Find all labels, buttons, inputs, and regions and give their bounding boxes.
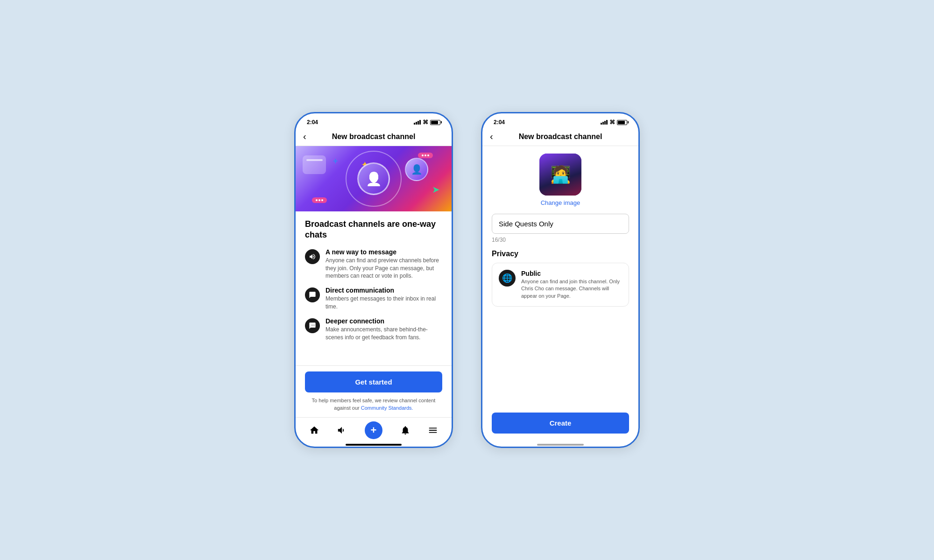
signal-bars-1 bbox=[414, 120, 421, 125]
dot5 bbox=[425, 154, 426, 156]
status-icons-1: ⌘ bbox=[414, 119, 440, 126]
hero-image: + ✦ 👤 ➤ bbox=[296, 146, 452, 211]
broadcast-icon bbox=[337, 425, 347, 435]
feature-item-direct: Direct communication Members get message… bbox=[305, 287, 442, 311]
back-button-2[interactable]: ‹ bbox=[490, 131, 504, 142]
phone1-content: + ✦ 👤 ➤ bbox=[296, 146, 452, 447]
hero-card-left bbox=[303, 155, 326, 174]
hero-right-figure: 👤 bbox=[405, 158, 428, 181]
hero-person-icon: 👤 bbox=[411, 164, 423, 175]
feature-item-deeper: Deeper connection Make announcements, sh… bbox=[305, 317, 442, 342]
privacy-icon-globe: 🌐 bbox=[499, 270, 516, 287]
channel-name-input[interactable] bbox=[492, 214, 629, 234]
privacy-desc: Anyone can find and join this channel. O… bbox=[521, 278, 622, 300]
wifi-icon-1: ⌘ bbox=[423, 119, 428, 126]
feature-icon-megaphone bbox=[305, 249, 320, 264]
signal-bar-3 bbox=[417, 121, 419, 125]
status-bar-1: 2:04 ⌘ bbox=[296, 113, 452, 127]
dot6 bbox=[427, 154, 429, 156]
home-icon bbox=[309, 425, 319, 435]
feature-item-new-way: A new way to message Anyone can find and… bbox=[305, 248, 442, 280]
channel-image-section: 🧑‍💻 Change image bbox=[492, 154, 629, 206]
change-image-link[interactable]: Change image bbox=[541, 199, 580, 206]
signal-bar-4 bbox=[419, 120, 421, 125]
hero-icons: + ✦ 👤 ➤ bbox=[296, 146, 452, 211]
nav-item-megaphone[interactable] bbox=[337, 425, 347, 435]
status-time-1: 2:04 bbox=[307, 119, 318, 126]
feature-desc-new-way: Anyone can find and preview channels bef… bbox=[325, 257, 442, 280]
plus-button[interactable]: + bbox=[365, 421, 382, 439]
nav-bar-1: ‹ New broadcast channel bbox=[296, 127, 452, 146]
feature-desc-deeper: Make announcements, share behind-the-sce… bbox=[325, 326, 442, 342]
feature-text-direct: Direct communication Members get message… bbox=[325, 287, 442, 311]
nav-title-2: New broadcast channel bbox=[504, 133, 617, 141]
battery-icon-1 bbox=[430, 120, 440, 125]
heart-chat-svg bbox=[309, 322, 316, 329]
chat-svg bbox=[309, 291, 316, 299]
phones-container: 2:04 ⌘ ‹ New broadcast channel bbox=[294, 112, 640, 448]
thumbnail-person-emoji: 🧑‍💻 bbox=[550, 165, 571, 184]
bell-icon bbox=[400, 425, 410, 435]
feature-icon-heart-chat bbox=[305, 318, 320, 333]
bottom-nav-1: + bbox=[296, 417, 452, 441]
phone1-bottom: Get started To help members feel safe, w… bbox=[296, 365, 452, 417]
create-btn-section: Create bbox=[492, 407, 629, 434]
get-started-button[interactable]: Get started bbox=[305, 371, 442, 392]
community-standards-text: To help members feel safe, we review cha… bbox=[305, 397, 442, 412]
status-icons-2: ⌘ bbox=[601, 119, 627, 126]
create-button[interactable]: Create bbox=[492, 413, 629, 434]
signal-bar-p2-1 bbox=[601, 123, 602, 125]
battery-icon-2 bbox=[617, 120, 627, 125]
battery-fill-2 bbox=[618, 121, 625, 124]
signal-bar-p2-3 bbox=[604, 121, 606, 125]
community-standards-link[interactable]: Community Standards. bbox=[361, 405, 413, 411]
nav-bar-2: ‹ New broadcast channel bbox=[482, 127, 638, 146]
nav-item-home[interactable] bbox=[309, 425, 319, 435]
feature-text-deeper: Deeper connection Make announcements, sh… bbox=[325, 317, 442, 342]
dot3 bbox=[321, 199, 323, 201]
nav-item-bell[interactable] bbox=[400, 425, 410, 435]
phone-2: 2:04 ⌘ ‹ New broadcast channel bbox=[481, 112, 640, 448]
nav-item-menu[interactable] bbox=[428, 425, 438, 435]
signal-bars-2 bbox=[601, 120, 608, 125]
hero-chat-bubble-pink bbox=[312, 197, 327, 203]
hero-arrow-icon: ➤ bbox=[432, 184, 440, 195]
signal-bar-p2-2 bbox=[602, 122, 604, 125]
back-button-1[interactable]: ‹ bbox=[303, 131, 317, 142]
feature-heading-direct: Direct communication bbox=[325, 287, 442, 294]
signal-bar-2 bbox=[416, 122, 417, 125]
feature-text-new-way: A new way to message Anyone can find and… bbox=[325, 248, 442, 280]
char-count: 16/30 bbox=[492, 237, 629, 243]
wifi-icon-2: ⌘ bbox=[609, 119, 615, 126]
menu-icon bbox=[428, 425, 438, 435]
battery-fill-1 bbox=[431, 121, 438, 124]
status-time-2: 2:04 bbox=[494, 119, 505, 126]
feature-heading-deeper: Deeper connection bbox=[325, 317, 442, 325]
home-indicator-1 bbox=[346, 444, 402, 446]
home-indicator-2 bbox=[537, 444, 584, 446]
dot4 bbox=[422, 154, 424, 156]
dot2 bbox=[318, 199, 320, 201]
signal-bar-p2-4 bbox=[606, 120, 608, 125]
hero-avatar-circle bbox=[357, 162, 390, 195]
channel-thumbnail: 🧑‍💻 bbox=[539, 154, 581, 196]
broadcast-title: Broadcast channels are one-way chats bbox=[305, 219, 442, 241]
feature-heading-new-way: A new way to message bbox=[325, 248, 442, 256]
dot1 bbox=[316, 199, 318, 201]
megaphone-svg bbox=[309, 253, 316, 260]
privacy-card[interactable]: 🌐 Public Anyone can find and join this c… bbox=[492, 263, 629, 307]
feature-desc-direct: Members get messages to their inbox in r… bbox=[325, 295, 442, 311]
privacy-section-title: Privacy bbox=[492, 250, 629, 258]
nav-title-1: New broadcast channel bbox=[317, 133, 430, 141]
privacy-text: Public Anyone can find and join this cha… bbox=[521, 270, 622, 300]
privacy-heading: Public bbox=[521, 270, 622, 277]
signal-bar-1 bbox=[414, 123, 415, 125]
status-bar-2: 2:04 ⌘ bbox=[482, 113, 638, 127]
phone2-content: 🧑‍💻 Change image 16/30 Privacy 🌐 Public … bbox=[482, 146, 638, 441]
content-area-1: Broadcast channels are one-way chats A n… bbox=[296, 211, 452, 365]
hero-chat-bubble-purple bbox=[418, 153, 433, 158]
hero-plus-icon: + bbox=[333, 156, 338, 166]
phone-1: 2:04 ⌘ ‹ New broadcast channel bbox=[294, 112, 453, 448]
nav-item-plus[interactable]: + bbox=[365, 421, 382, 439]
feature-icon-chat bbox=[305, 287, 320, 302]
